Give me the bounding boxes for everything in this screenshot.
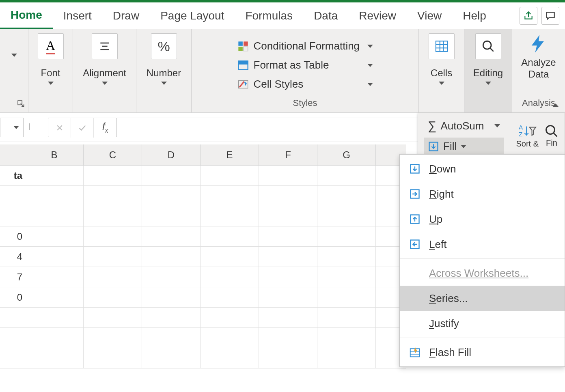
cell[interactable]	[259, 247, 317, 267]
comments-button[interactable]	[541, 7, 559, 25]
cell[interactable]	[84, 247, 142, 267]
column-header-b[interactable]: B	[25, 144, 84, 165]
cell[interactable]	[25, 287, 84, 307]
cell[interactable]	[317, 186, 376, 206]
tab-view[interactable]: View	[407, 2, 452, 29]
cell[interactable]: 4	[0, 247, 25, 267]
flash-fill-item[interactable]: Flash Fill	[400, 340, 565, 365]
cell[interactable]	[142, 308, 201, 327]
cell[interactable]	[142, 206, 201, 226]
cancel-button[interactable]	[48, 118, 71, 138]
dialog-launcher-icon[interactable]	[17, 100, 25, 109]
cells-button[interactable]: Cells	[424, 33, 459, 85]
name-box[interactable]	[0, 118, 24, 137]
cell[interactable]	[259, 328, 317, 348]
cell[interactable]	[142, 247, 201, 267]
cell[interactable]	[142, 186, 201, 206]
cell[interactable]	[259, 166, 317, 185]
tab-page-layout[interactable]: Page Layout	[150, 2, 235, 29]
cell[interactable]	[25, 166, 84, 185]
cell[interactable]: ta	[0, 166, 25, 185]
column-header-g[interactable]: G	[317, 144, 376, 165]
collapse-ribbon-button[interactable]	[553, 101, 559, 108]
analyze-data-button[interactable]: Analyze Data	[516, 33, 561, 80]
cell[interactable]	[25, 206, 84, 226]
tab-insert[interactable]: Insert	[53, 2, 102, 29]
fill-down-item[interactable]: Down	[400, 156, 565, 181]
column-header-c[interactable]: C	[84, 144, 142, 165]
fill-series-item[interactable]: Series...	[400, 286, 565, 311]
conditional-formatting-button[interactable]: Conditional Formatting	[237, 38, 373, 54]
cell[interactable]	[317, 206, 376, 226]
fill-justify-item[interactable]: Justify	[400, 311, 565, 336]
cell[interactable]	[142, 267, 201, 287]
cell[interactable]	[25, 186, 84, 206]
chevron-down-icon[interactable]	[11, 54, 17, 57]
tab-data[interactable]: Data	[303, 2, 348, 29]
cell[interactable]	[317, 348, 376, 368]
cell-styles-button[interactable]: Cell Styles	[237, 76, 373, 92]
alignment-button[interactable]: Alignment	[78, 33, 131, 85]
cell[interactable]	[317, 267, 376, 287]
cell[interactable]	[25, 348, 84, 368]
cell[interactable]	[201, 226, 259, 246]
cell[interactable]	[25, 328, 84, 348]
font-button[interactable]: A Font	[33, 33, 69, 85]
cell[interactable]	[201, 267, 259, 287]
cell[interactable]	[142, 287, 201, 307]
column-header-partial[interactable]	[0, 144, 25, 165]
fill-right-item[interactable]: Right	[400, 181, 565, 207]
cell[interactable]	[0, 348, 25, 368]
cell[interactable]	[84, 206, 142, 226]
cell[interactable]	[0, 308, 25, 327]
cell[interactable]: 0	[0, 226, 25, 246]
cell[interactable]	[259, 267, 317, 287]
cell[interactable]	[142, 328, 201, 348]
cell[interactable]	[317, 226, 376, 246]
cell[interactable]	[84, 348, 142, 368]
cell[interactable]	[259, 348, 317, 368]
cell[interactable]	[259, 287, 317, 307]
sort-filter-button[interactable]: AZ Sort &	[516, 123, 539, 149]
cell[interactable]	[142, 226, 201, 246]
editing-button[interactable]: Editing	[468, 33, 508, 85]
cell[interactable]	[84, 186, 142, 206]
cell[interactable]	[0, 186, 25, 206]
cell[interactable]	[84, 226, 142, 246]
find-select-button[interactable]: Fin	[544, 124, 559, 148]
fill-left-item[interactable]: Left	[400, 232, 565, 257]
insert-function-button[interactable]: fx	[94, 118, 116, 138]
cell[interactable]	[25, 308, 84, 327]
cell[interactable]: 7	[0, 267, 25, 287]
tab-draw[interactable]: Draw	[102, 2, 150, 29]
cell[interactable]	[84, 166, 142, 185]
cell[interactable]	[201, 186, 259, 206]
cell[interactable]	[317, 328, 376, 348]
cell[interactable]	[201, 287, 259, 307]
cell[interactable]	[142, 348, 201, 368]
cell[interactable]	[201, 348, 259, 368]
cell[interactable]	[259, 206, 317, 226]
cell[interactable]	[25, 267, 84, 287]
cell[interactable]	[259, 226, 317, 246]
cell[interactable]	[259, 186, 317, 206]
autosum-button[interactable]: ∑ AutoSum	[424, 116, 504, 135]
cell[interactable]	[0, 328, 25, 348]
cell[interactable]	[201, 308, 259, 327]
cell[interactable]	[201, 206, 259, 226]
tab-formulas[interactable]: Formulas	[235, 2, 303, 29]
tab-home[interactable]: Home	[0, 2, 53, 29]
cell[interactable]	[259, 308, 317, 327]
cell[interactable]	[142, 166, 201, 185]
cell[interactable]	[84, 267, 142, 287]
number-button[interactable]: % Number	[142, 33, 186, 85]
cell[interactable]	[317, 247, 376, 267]
cell[interactable]	[0, 206, 25, 226]
cell[interactable]	[84, 308, 142, 327]
fill-up-item[interactable]: Up	[400, 207, 565, 232]
cell[interactable]: 0	[0, 287, 25, 307]
column-header-d[interactable]: D	[142, 144, 201, 165]
cell[interactable]	[25, 247, 84, 267]
tab-help[interactable]: Help	[452, 2, 497, 29]
cell[interactable]	[25, 226, 84, 246]
